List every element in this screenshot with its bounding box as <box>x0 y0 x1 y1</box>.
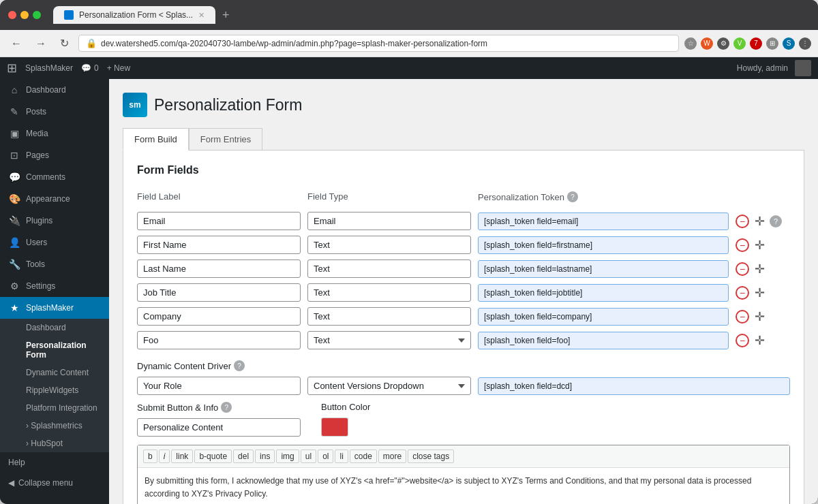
sidebar-collapse-button[interactable]: ◀ Collapse menu <box>0 473 109 493</box>
editor-italic-button[interactable]: i <box>159 450 170 463</box>
field-label-1[interactable] <box>137 236 301 254</box>
active-browser-tab[interactable]: Personalization Form < Splas... ✕ <box>53 6 215 24</box>
field-type-2[interactable] <box>307 259 471 278</box>
submit-right-col: Button Color <box>321 402 370 437</box>
extension-icon-5[interactable]: ⊞ <box>766 37 778 50</box>
sidebar-submenu-personalization[interactable]: Personalization Form <box>0 336 109 364</box>
remove-field-2-button[interactable]: − <box>736 262 749 276</box>
field-type-select-5[interactable]: Text Email Select <box>307 331 471 349</box>
sidebar-submenu-hubspot[interactable]: › HubSpot <box>0 435 109 452</box>
driver-token[interactable] <box>478 377 790 395</box>
sidebar-submenu-dashboard[interactable]: Dashboard <box>0 319 109 336</box>
forward-button[interactable]: → <box>31 35 50 52</box>
editor-img-button[interactable]: img <box>276 450 299 463</box>
remove-field-3-button[interactable]: − <box>736 286 749 300</box>
move-field-3-button[interactable]: ✛ <box>752 285 767 300</box>
extension-icon-1[interactable]: W <box>701 37 713 50</box>
dynamic-help-icon[interactable]: ? <box>234 360 245 371</box>
tab-form-build[interactable]: Form Build <box>123 128 189 151</box>
remove-field-1-button[interactable]: − <box>736 238 749 252</box>
new-tab-button[interactable]: + <box>218 8 234 22</box>
editor-ins-button[interactable]: ins <box>255 450 275 463</box>
field-token-3[interactable] <box>478 284 729 302</box>
field-help-0-button[interactable]: ? <box>770 215 782 227</box>
field-type-0[interactable] <box>307 212 471 230</box>
submit-button-input[interactable] <box>137 418 301 437</box>
editor-more-button[interactable]: more <box>378 450 406 463</box>
sidebar-item-appearance[interactable]: 🎨 Appearance <box>0 188 109 210</box>
admin-bar-comments[interactable]: 💬 0 <box>81 63 99 73</box>
field-label-2[interactable] <box>137 259 301 278</box>
move-field-2-button[interactable]: ✛ <box>752 262 767 277</box>
editor-ul-button[interactable]: ul <box>301 450 316 463</box>
move-field-4-button[interactable]: ✛ <box>752 309 767 324</box>
editor-ol-button[interactable]: ol <box>318 450 333 463</box>
extension-icon-2[interactable]: ⚙ <box>717 37 729 50</box>
wp-sidebar: ⌂ Dashboard ✎ Posts ▣ Media ⊡ Pages <box>0 79 109 504</box>
sidebar-submenu-dynamic[interactable]: Dynamic Content <box>0 364 109 381</box>
tab-form-entries[interactable]: Form Entries <box>189 128 262 151</box>
field-token-2[interactable] <box>478 260 729 278</box>
reload-button[interactable]: ↻ <box>56 34 73 52</box>
browser-menu-button[interactable]: ⋮ <box>799 37 811 50</box>
tab-close-button[interactable]: ✕ <box>198 11 204 20</box>
sidebar-item-plugins[interactable]: 🔌 Plugins <box>0 210 109 232</box>
extension-icon-4[interactable]: 7 <box>750 37 762 50</box>
wp-logo-icon[interactable]: ⊞ <box>7 61 17 76</box>
field-label-0[interactable] <box>137 212 301 230</box>
url-bar[interactable]: 🔒 dev.watershed5.com/qa-202040730-lambe/… <box>78 35 679 52</box>
sidebar-item-pages[interactable]: ⊡ Pages <box>0 144 109 166</box>
admin-bar-new[interactable]: + New <box>107 63 130 73</box>
move-field-5-button[interactable]: ✛ <box>752 333 767 348</box>
submit-help-icon[interactable]: ? <box>221 402 232 413</box>
field-type-1[interactable] <box>307 236 471 254</box>
sidebar-submenu-platform[interactable]: Platform Integration <box>0 399 109 417</box>
sidebar-submenu-splashmetrics[interactable]: › Splashmetrics <box>0 417 109 435</box>
bookmark-icon[interactable]: ☆ <box>684 37 697 50</box>
minimize-window-button[interactable] <box>20 11 29 19</box>
sidebar-item-posts[interactable]: ✎ Posts <box>0 101 109 123</box>
editor-content-area[interactable]: By submitting this form, I acknowledge t… <box>138 468 789 504</box>
token-help-icon[interactable]: ? <box>567 191 578 202</box>
close-window-button[interactable] <box>8 11 16 19</box>
color-swatch[interactable] <box>321 418 348 437</box>
field-token-5[interactable] <box>478 332 729 349</box>
remove-field-0-button[interactable]: − <box>736 215 749 228</box>
field-token-4[interactable] <box>478 308 729 326</box>
remove-field-4-button[interactable]: − <box>736 310 749 324</box>
editor-code-button[interactable]: code <box>350 450 377 463</box>
maximize-window-button[interactable] <box>33 11 41 19</box>
move-field-1-button[interactable]: ✛ <box>752 238 767 253</box>
editor-closetags-button[interactable]: close tags <box>408 450 454 463</box>
field-type-3[interactable] <box>307 283 471 302</box>
extension-icon-3[interactable]: V <box>733 37 746 50</box>
sidebar-item-settings[interactable]: ⚙ Settings <box>0 275 109 297</box>
sidebar-item-splashmaker[interactable]: ★ SplashMaker <box>0 297 109 319</box>
field-token-0[interactable] <box>478 212 729 230</box>
remove-field-5-button[interactable]: − <box>736 334 749 347</box>
sidebar-item-tools[interactable]: 🔧 Tools <box>0 253 109 275</box>
driver-field-label[interactable] <box>137 377 301 395</box>
admin-avatar[interactable] <box>795 60 811 76</box>
sidebar-item-users[interactable]: 👤 Users <box>0 232 109 253</box>
extension-icon-6[interactable]: S <box>783 37 795 50</box>
field-label-3[interactable] <box>137 283 301 302</box>
field-label-5[interactable] <box>137 331 301 349</box>
editor-bquote-button[interactable]: b-quote <box>194 450 232 463</box>
editor-bold-button[interactable]: b <box>143 450 157 463</box>
editor-link-button[interactable]: link <box>171 450 193 463</box>
field-token-1[interactable] <box>478 236 729 254</box>
sidebar-item-dashboard[interactable]: ⌂ Dashboard <box>0 79 109 101</box>
editor-li-button[interactable]: li <box>335 450 348 463</box>
sidebar-help[interactable]: Help <box>0 452 109 473</box>
editor-del-button[interactable]: del <box>233 450 254 463</box>
field-label-4[interactable] <box>137 307 301 326</box>
sidebar-submenu-ripple[interactable]: RippleWidgets <box>0 381 109 399</box>
sidebar-item-media[interactable]: ▣ Media <box>0 123 109 144</box>
admin-bar-site[interactable]: SplashMaker <box>25 63 73 73</box>
driver-field-type[interactable]: Content Versions Dropdown <box>307 377 471 395</box>
move-field-0-button[interactable]: ✛ <box>752 214 767 229</box>
sidebar-item-comments[interactable]: 💬 Comments <box>0 166 109 188</box>
field-type-4[interactable] <box>307 307 471 326</box>
back-button[interactable]: ← <box>7 35 26 52</box>
